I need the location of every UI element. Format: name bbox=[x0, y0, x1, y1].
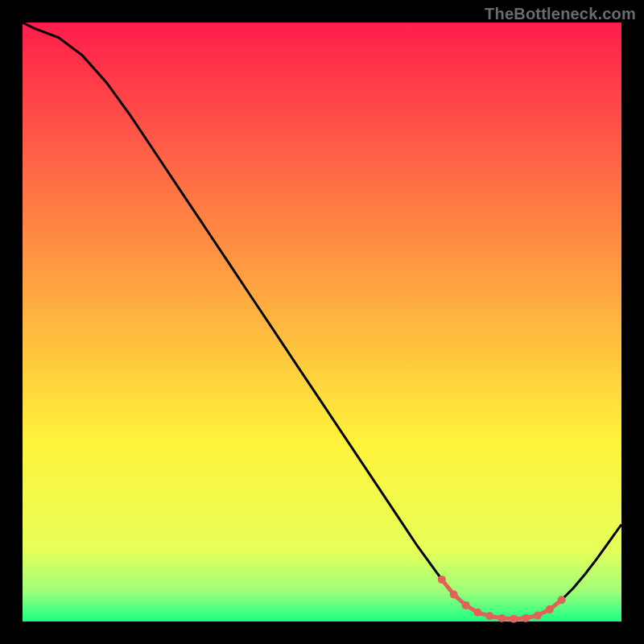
optimal-marker-dot bbox=[473, 609, 481, 617]
optimal-marker-dot bbox=[522, 614, 530, 622]
optimal-marker-dot bbox=[534, 612, 542, 620]
watermark-text: TheBottleneck.com bbox=[485, 5, 636, 23]
optimal-marker-dot bbox=[558, 596, 566, 604]
chart-plot-area bbox=[23, 23, 621, 621]
optimal-marker-dot bbox=[438, 576, 446, 584]
optimal-marker-dot bbox=[497, 614, 506, 622]
bottleneck-curve-chart bbox=[0, 0, 644, 644]
optimal-marker-dot bbox=[450, 591, 458, 599]
optimal-marker-dot bbox=[546, 605, 554, 613]
optimal-marker-dot bbox=[510, 615, 518, 623]
optimal-marker-dot bbox=[485, 612, 493, 620]
optimal-marker-dot bbox=[462, 601, 470, 609]
